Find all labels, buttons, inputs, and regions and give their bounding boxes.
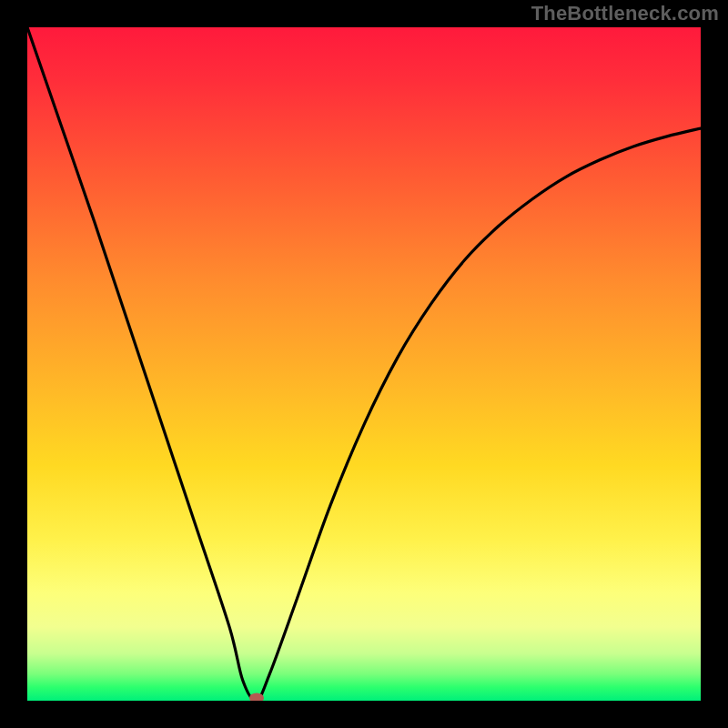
watermark-text: TheBottleneck.com [531, 2, 719, 25]
plot-area [27, 27, 701, 701]
curve-path [27, 27, 701, 701]
chart-frame: TheBottleneck.com [0, 0, 728, 728]
bottleneck-curve [27, 27, 701, 701]
minimum-marker [249, 693, 264, 702]
